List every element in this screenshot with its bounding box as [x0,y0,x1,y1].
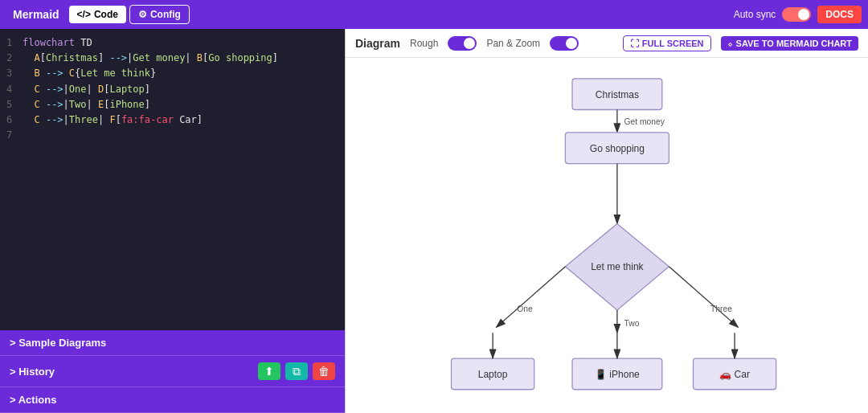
config-icon: ⚙ [138,9,147,20]
history-panel[interactable]: > History ⬆ ⧉ 🗑 [0,356,345,387]
autosync-area: Auto sync DOCS [734,6,862,23]
fullscreen-button[interactable]: ⛶ FULL SCREEN [623,35,711,51]
left-panel: 1 flowchart TD 2 A [ Christmas ] --> | G… [0,29,346,413]
code-line-5: 5 C --> | Two | E [ iPhone ] [6,97,338,112]
code-line-3: 3 B --> C { Let me think } [6,66,338,81]
panzoom-knob [566,38,577,49]
code-line-1: 1 flowchart TD [6,35,338,51]
code-line-2: 2 A [ Christmas ] --> | Get money | B [ … [6,51,338,66]
app-logo: Mermaid [6,8,66,21]
history-delete-button[interactable]: 🗑 [313,362,335,380]
let-me-think-label: Let me think [591,261,644,272]
diagram-title: Diagram [355,37,400,50]
code-line-4: 4 C --> | One | D [ Laptop ] [6,82,338,97]
sample-diagrams-panel[interactable]: > Sample Diagrams [0,330,345,356]
actions-panel[interactable]: > Actions [0,387,345,413]
edge-c-f [669,267,738,328]
edge-label-two: Two [624,319,639,328]
laptop-label: Laptop [478,369,508,380]
edge-c-d [496,267,565,328]
history-upload-button[interactable]: ⬆ [258,362,280,380]
christmas-label: Christmas [596,89,639,100]
mermaid-save-icon: ⬦ [727,39,733,48]
edge-label-one: One [517,305,533,313]
code-icon: </> [77,9,91,20]
save-to-mermaid-button[interactable]: ⬦ SAVE TO MERMAID CHART [721,36,858,51]
car-label: 🚗 Car [719,368,750,380]
rough-toggle[interactable] [448,36,477,51]
iphone-label: 📱 iPhone [595,368,640,380]
autosync-knob [798,9,809,20]
tab-code[interactable]: </> Code [69,6,126,23]
bottom-panels: > Sample Diagrams > History ⬆ ⧉ 🗑 > Acti… [0,330,345,413]
panzoom-label: Pan & Zoom [486,38,540,49]
autosync-label: Auto sync [734,9,776,20]
app-header: Mermaid </> Code ⚙ Config Auto sync DOCS [0,0,868,29]
docs-button[interactable]: DOCS [817,6,862,23]
history-copy-button[interactable]: ⧉ [285,362,308,380]
rough-label: Rough [410,38,438,49]
panzoom-toggle[interactable] [550,36,579,51]
history-actions: ⬆ ⧉ 🗑 [258,362,335,380]
rough-knob [464,38,475,49]
code-line-7: 7 [6,128,338,143]
edge-label-get-money: Get money [624,117,665,126]
main-layout: 1 flowchart TD 2 A [ Christmas ] --> | G… [0,29,868,413]
diagram-canvas: Christmas Get money Go shopping Let me t… [346,58,868,413]
code-line-6: 6 C --> | Three | F [ fa:fa-car Car] [6,112,338,128]
code-editor[interactable]: 1 flowchart TD 2 A [ Christmas ] --> | G… [0,29,345,330]
edge-label-three: Three [710,305,732,313]
diagram-header: Diagram Rough Pan & Zoom ⛶ FULL SCREEN ⬦… [346,29,868,58]
tab-config[interactable]: ⚙ Config [129,5,190,24]
autosync-toggle[interactable] [782,7,811,22]
fullscreen-icon: ⛶ [630,39,639,48]
go-shopping-label: Go shopping [590,143,645,154]
right-panel: Diagram Rough Pan & Zoom ⛶ FULL SCREEN ⬦… [346,29,868,413]
